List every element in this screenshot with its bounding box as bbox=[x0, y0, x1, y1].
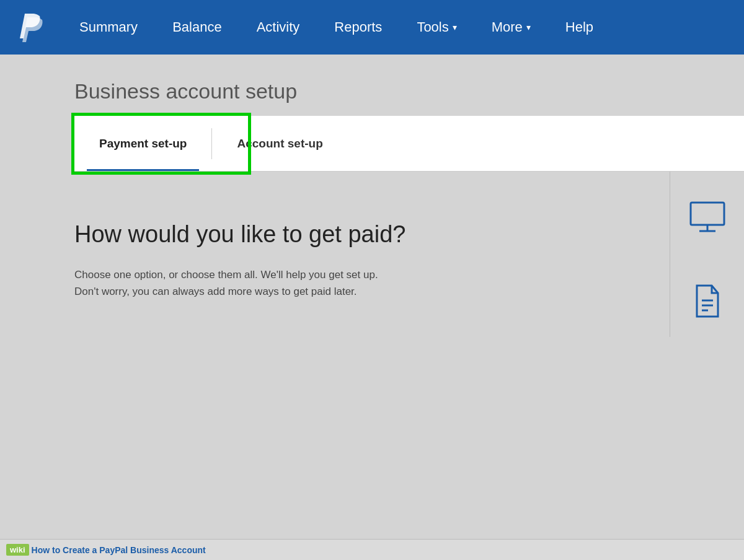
tools-chevron-icon: ▾ bbox=[453, 22, 457, 32]
nav-activity[interactable]: Activity bbox=[239, 0, 317, 55]
nav-balance[interactable]: Balance bbox=[155, 0, 239, 55]
nav-tools[interactable]: Tools ▾ bbox=[399, 0, 474, 55]
wikihow-bar: wiki How to Create a PayPal Business Acc… bbox=[0, 539, 744, 560]
more-chevron-icon: ▾ bbox=[526, 22, 531, 32]
tab-account-setup[interactable]: Account set-up bbox=[212, 116, 347, 171]
wikihow-badge: wiki bbox=[6, 544, 29, 556]
paypal-logo[interactable] bbox=[12, 9, 50, 46]
nav-reports[interactable]: Reports bbox=[317, 0, 399, 55]
tab-payment-setup[interactable]: Payment set-up bbox=[74, 116, 211, 171]
content-description: Choose one option, or choose them all. W… bbox=[74, 266, 508, 300]
content-sidebar bbox=[670, 172, 744, 337]
document-icon bbox=[686, 279, 729, 325]
monitor-icon bbox=[686, 196, 729, 242]
content-heading: How would you like to get paid? bbox=[74, 221, 632, 248]
nav-more[interactable]: More ▾ bbox=[474, 0, 548, 55]
content-section: How would you like to get paid? Choose o… bbox=[74, 172, 744, 337]
navbar: Summary Balance Activity Reports Tools ▾… bbox=[0, 0, 744, 55]
content-main: How would you like to get paid? Choose o… bbox=[74, 172, 670, 337]
tabs-container: Payment set-up Account set-up bbox=[74, 116, 744, 172]
wikihow-title: How to Create a PayPal Business Account bbox=[32, 545, 206, 555]
svg-rect-0 bbox=[691, 203, 724, 225]
main-content: Business account setup Payment set-up Ac… bbox=[0, 55, 744, 337]
nav-summary[interactable]: Summary bbox=[62, 0, 155, 55]
page-title: Business account setup bbox=[74, 79, 744, 103]
nav-help[interactable]: Help bbox=[548, 0, 611, 55]
nav-links: Summary Balance Activity Reports Tools ▾… bbox=[62, 0, 611, 55]
